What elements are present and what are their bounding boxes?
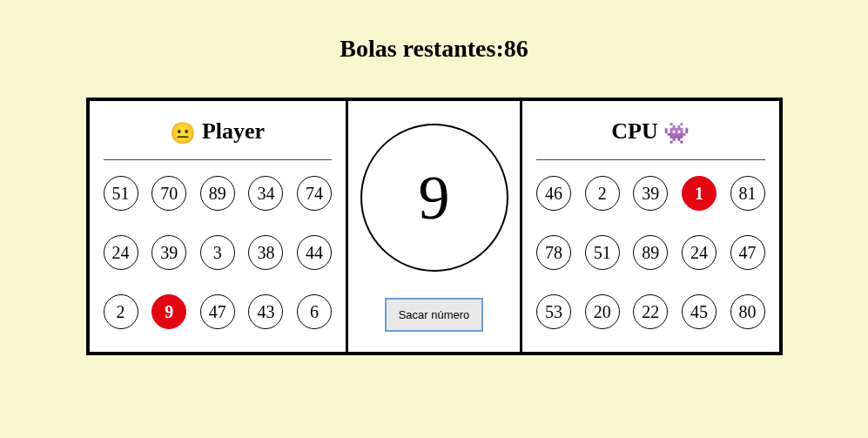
current-ball-number: 9 — [419, 162, 450, 234]
bingo-cell[interactable]: 3 — [200, 235, 235, 270]
remaining-count: 86 — [504, 35, 528, 62]
bingo-cell[interactable]: 34 — [248, 176, 283, 211]
bingo-cell[interactable]: 70 — [151, 176, 186, 211]
bingo-cell: 78 — [536, 235, 571, 270]
player-title: 😐 Player — [104, 113, 333, 160]
card-row: 5170893474 — [104, 176, 333, 211]
card-row: 46239181 — [536, 176, 765, 211]
current-ball: 9 — [360, 124, 508, 272]
card-row: 7851892447 — [536, 235, 765, 270]
bingo-cell[interactable]: 39 — [151, 235, 186, 270]
player-card: 51708934742439338442947436 — [104, 176, 333, 329]
bingo-cell: 1 — [682, 176, 717, 211]
bingo-cell: 45 — [682, 294, 717, 329]
cpu-panel: CPU 👾 4623918178518924475320224580 — [522, 101, 779, 352]
card-row: 2947436 — [104, 294, 333, 329]
bingo-cell: 46 — [536, 176, 571, 211]
bingo-cell[interactable]: 24 — [104, 235, 138, 270]
cpu-title: CPU 👾 — [536, 113, 765, 160]
bingo-cell[interactable]: 74 — [297, 176, 332, 211]
remaining-balls-header: Bolas restantes:86 — [0, 35, 868, 63]
player-face-icon: 😐 — [170, 122, 196, 145]
bingo-cell: 39 — [633, 176, 668, 211]
cpu-card: 4623918178518924475320224580 — [536, 176, 765, 329]
bingo-cell[interactable]: 43 — [248, 294, 283, 329]
bingo-cell: 81 — [730, 176, 765, 211]
card-row: 243933844 — [104, 235, 333, 270]
bingo-cell[interactable]: 6 — [297, 294, 332, 329]
bingo-cell: 24 — [682, 235, 717, 270]
cpu-invader-icon: 👾 — [663, 122, 690, 145]
bingo-cell: 80 — [730, 294, 765, 329]
game-board: 😐 Player 51708934742439338442947436 9 Sa… — [86, 98, 783, 355]
player-panel: 😐 Player 51708934742439338442947436 — [90, 101, 349, 352]
bingo-cell[interactable]: 51 — [104, 176, 138, 211]
draw-number-button[interactable]: Sacar número — [385, 298, 484, 332]
cpu-title-text: CPU — [611, 118, 657, 144]
bingo-cell[interactable]: 9 — [151, 294, 186, 329]
bingo-cell[interactable]: 89 — [200, 176, 235, 211]
bingo-cell: 47 — [730, 235, 765, 270]
bingo-cell: 51 — [585, 235, 620, 270]
bingo-cell: 89 — [633, 235, 668, 270]
bingo-cell: 53 — [536, 294, 571, 329]
bingo-cell[interactable]: 44 — [297, 235, 332, 270]
bingo-cell[interactable]: 38 — [248, 235, 283, 270]
bingo-cell[interactable]: 2 — [104, 294, 138, 329]
player-title-text: Player — [202, 118, 265, 144]
remaining-label: Bolas restantes: — [340, 35, 503, 62]
draw-panel: 9 Sacar número — [348, 101, 522, 352]
bingo-cell[interactable]: 47 — [200, 294, 235, 329]
bingo-cell: 20 — [585, 294, 620, 329]
bingo-cell: 2 — [585, 176, 620, 211]
bingo-cell: 22 — [633, 294, 668, 329]
card-row: 5320224580 — [536, 294, 765, 329]
